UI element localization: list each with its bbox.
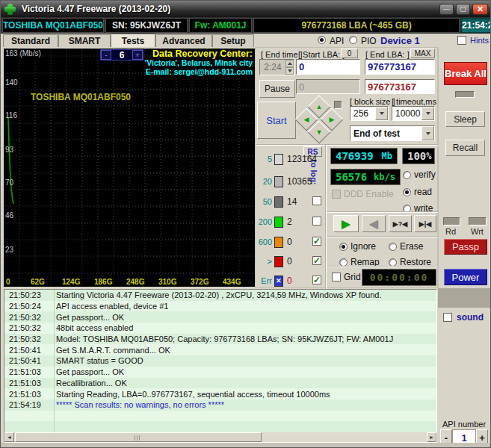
y-tick: 140 xyxy=(5,78,18,87)
grid-checkbox[interactable] xyxy=(332,273,341,281)
action-sidebar: Break All Sleep Recall Rd Wrt Passp Powe… xyxy=(438,47,491,288)
banner-title: Data Recovery Center: xyxy=(145,49,253,58)
log-message: API access enabled, device #1 xyxy=(49,302,168,311)
jump-question-button[interactable]: ▶?◀ xyxy=(389,215,412,232)
log-row: 21:51:03Get passport... OK xyxy=(4,367,436,378)
start-lba-zero-button[interactable]: 0 xyxy=(341,49,358,58)
tab-advanced[interactable]: Advanced xyxy=(155,34,212,47)
log-row: 21:50:32Get passport... OK xyxy=(4,311,436,323)
bin-color-swatch xyxy=(274,154,283,165)
restore-radio[interactable] xyxy=(389,258,397,267)
remaining-lba-display xyxy=(365,79,435,94)
pio-radio[interactable] xyxy=(349,36,357,44)
scale-plus-button[interactable]: + xyxy=(132,50,143,60)
break-all-button[interactable]: Break All xyxy=(444,62,487,85)
bin-count: 0 xyxy=(287,256,292,267)
seek-end-button[interactable]: ▶|◀ xyxy=(414,215,436,232)
vendor-banner: Data Recovery Center: 'Victoria', Belaru… xyxy=(145,49,253,76)
scale-minus-button[interactable]: - xyxy=(101,50,111,60)
scroll-thumb[interactable] xyxy=(15,432,262,442)
bin-label: 200 xyxy=(256,217,274,226)
dropdown-arrow-icon[interactable] xyxy=(421,126,434,140)
bin-label: 600 xyxy=(256,237,274,246)
log-message: Get S.M.A.R.T. command... OK xyxy=(49,346,170,355)
erase-action-row[interactable]: Erase xyxy=(389,241,423,252)
test-control-panel: [ End time ] 2:24 [ Start LBA: ] 0 [ End… xyxy=(255,47,438,288)
drive-capacity: 976773168 LBA (~465 GB) xyxy=(253,18,460,33)
ddd-enable-row: DDD Enable xyxy=(332,189,394,199)
close-button[interactable]: ✕ xyxy=(472,4,488,15)
erase-radio[interactable] xyxy=(389,243,397,251)
bin-label: Err xyxy=(256,276,274,285)
bin-label: > xyxy=(256,257,274,266)
speed-curve xyxy=(8,118,13,204)
ignore-radio[interactable] xyxy=(339,243,348,251)
power-button[interactable]: Power xyxy=(444,269,487,285)
to-log-checkbox-600[interactable] xyxy=(312,237,321,246)
recall-button[interactable]: Recall xyxy=(445,140,485,156)
timeout-value: 10000 xyxy=(395,108,420,119)
start-button[interactable]: Start xyxy=(257,102,296,139)
grid-toggle-row[interactable]: Grid xyxy=(332,272,361,282)
sleep-button[interactable]: Sleep xyxy=(445,111,485,127)
timeout-select[interactable]: 10000 xyxy=(392,106,435,121)
remap-radio[interactable] xyxy=(339,258,348,267)
read-radio[interactable] xyxy=(403,188,411,196)
bin-label: 20 xyxy=(256,177,274,186)
dropdown-arrow-icon[interactable] xyxy=(421,107,434,120)
scan-back-button[interactable]: ◀ xyxy=(362,215,386,232)
tab-smart[interactable]: SMART xyxy=(58,34,111,47)
end-lba-input[interactable] xyxy=(365,59,435,75)
verify-mode-row[interactable]: verify xyxy=(403,169,436,180)
log-row-scan-results: 21:54:19***** Scan results: no warnings,… xyxy=(4,399,436,411)
log-message: Get passport... OK xyxy=(49,367,124,376)
verify-radio[interactable] xyxy=(403,171,411,179)
scroll-right-button[interactable]: ► xyxy=(427,432,436,442)
tab-standard[interactable]: Standard xyxy=(3,34,58,47)
end-lba-max-button[interactable]: MAX xyxy=(410,49,435,58)
current-lba-display xyxy=(296,79,360,94)
to-log-checkbox-200[interactable] xyxy=(312,217,321,225)
start-lba-input[interactable] xyxy=(296,59,360,75)
api-number-label: API number xyxy=(442,420,486,429)
block-size-select[interactable]: 256 xyxy=(350,106,389,121)
scroll-left-button[interactable]: ◄ xyxy=(4,432,14,442)
tab-tests[interactable]: Tests xyxy=(111,34,155,47)
bin-count: 0 xyxy=(287,237,292,247)
hints-checkbox[interactable] xyxy=(457,36,466,45)
to-log-checkbox-err[interactable] xyxy=(312,276,321,284)
x-tick: 310G xyxy=(158,278,176,286)
drive-serial: SN: 95KJWZ6JT xyxy=(105,18,188,33)
log-time: 21:51:03 xyxy=(4,390,49,399)
end-time-up-button[interactable] xyxy=(285,60,294,67)
maximize-button[interactable]: ▢ xyxy=(456,4,470,15)
read-mode-row[interactable]: read xyxy=(403,187,432,197)
scroll-track[interactable] xyxy=(14,432,427,442)
up-arrow-icon: ▲ xyxy=(316,103,323,110)
scan-play-button[interactable]: ▶ xyxy=(333,215,359,232)
to-log-checkbox-gt[interactable] xyxy=(312,256,321,265)
section-divider xyxy=(327,211,439,212)
seek-question-icon: ▶?◀ xyxy=(393,220,407,228)
banner-email: E-mail: sergei@hdd-911.com xyxy=(145,67,253,76)
bin-count: 10365 xyxy=(287,176,312,187)
window-bottom-edge xyxy=(1,443,491,448)
wrt-label: Wrt xyxy=(471,227,484,236)
end-time-down-button[interactable] xyxy=(285,67,294,75)
x-tick: 0 xyxy=(6,278,10,286)
minimize-button[interactable]: — xyxy=(439,4,454,15)
to-log-checkbox-50[interactable] xyxy=(312,196,321,205)
drive-model: TOSHIBA MQ01ABF050 xyxy=(2,18,104,33)
passport-button[interactable]: Passp xyxy=(444,239,487,255)
bin-count: 14 xyxy=(287,196,297,207)
bin-color-swatch xyxy=(274,196,283,208)
tab-setup[interactable]: Setup xyxy=(212,34,254,47)
log-horizontal-scrollbar[interactable]: ◄ ► xyxy=(4,432,436,442)
sound-checkbox[interactable] xyxy=(443,313,452,322)
dropdown-arrow-icon[interactable] xyxy=(375,107,388,120)
end-action-select[interactable]: End of test xyxy=(350,125,435,141)
pause-button[interactable]: Pause xyxy=(259,80,295,98)
progress-mb-lcd: 476939 Mb xyxy=(330,148,398,164)
ignore-action-row[interactable]: Ignore xyxy=(339,241,376,252)
api-radio[interactable] xyxy=(318,36,326,44)
